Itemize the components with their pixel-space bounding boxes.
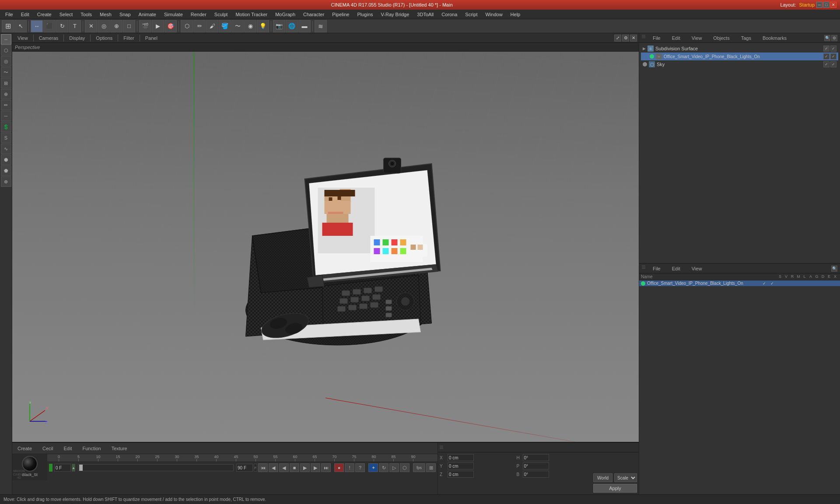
material-tab-create[interactable]: Create [14, 445, 35, 452]
menu-3dtoall[interactable]: 3DToAll [413, 11, 437, 18]
menu-window[interactable]: Window [482, 11, 506, 18]
obj-search-icon[interactable]: 🔍 [824, 35, 830, 41]
viewport-tab-cameras[interactable]: Cameras [35, 35, 62, 42]
left-btn-9[interactable]: 💲 [1, 122, 11, 132]
obj-tab-tags[interactable]: Tags [737, 34, 755, 42]
last-frame-btn[interactable]: ⏭ [321, 463, 331, 472]
material-tab-edit[interactable]: Edit [60, 445, 75, 452]
scale-dropdown[interactable]: Scale [614, 473, 637, 482]
material-tab-texture[interactable]: Texture [108, 445, 131, 452]
viewport-settings-btn[interactable]: ⚙ [622, 35, 629, 42]
world-button[interactable]: World [593, 473, 612, 482]
phone-flag-1[interactable]: ✓ [823, 53, 830, 60]
obj-tab-view[interactable]: View [688, 34, 706, 42]
toolbar-local-btn[interactable]: ⊕ [110, 20, 122, 32]
toolbar-rotate-btn[interactable]: ↻ [56, 20, 68, 32]
toolbar-scale-btn[interactable]: ⬛ [43, 20, 56, 32]
z-position-field[interactable] [448, 471, 474, 478]
menu-mesh[interactable]: Mesh [96, 11, 115, 18]
menu-select[interactable]: Select [56, 11, 77, 18]
phone-flag-2[interactable]: ✓ [830, 53, 836, 60]
left-btn-14[interactable]: ⊗ [1, 176, 11, 187]
viewport-tab-view[interactable]: View [14, 35, 32, 42]
menu-simulate[interactable]: Simulate [161, 11, 186, 18]
toolbar-cube-btn[interactable]: ⬡ [181, 20, 193, 32]
obj-tab-bookmarks[interactable]: Bookmarks [759, 34, 791, 42]
obj-settings-icon[interactable]: ⚙ [831, 35, 837, 41]
h-rotation-field[interactable] [523, 454, 549, 461]
menu-create[interactable]: Create [34, 11, 55, 18]
end-frame-field[interactable] [236, 464, 253, 472]
toolbar-floor-btn[interactable]: ▬ [298, 20, 311, 32]
viewport-tab-panel[interactable]: Panel [142, 35, 161, 42]
flag-check-1[interactable]: ✓ [823, 46, 830, 52]
b-rotation-field[interactable] [523, 471, 549, 478]
toolbar-hair-btn[interactable]: ≋ [315, 20, 327, 32]
tree-item-subdivision[interactable]: ▶ S Subdivision Surface ✓ ✓ [641, 45, 838, 52]
flag-check-2[interactable]: ✓ [830, 46, 836, 52]
render-preview-btn[interactable]: ⬡ [400, 463, 410, 472]
viewport-tab-display[interactable]: Display [66, 35, 88, 42]
toolbar-material-btn[interactable]: ◉ [244, 20, 256, 32]
maximize-btn[interactable]: □ [823, 2, 830, 8]
sky-flag-1[interactable]: ✓ [823, 61, 830, 67]
x-position-field[interactable] [448, 454, 474, 461]
scrubber-thumb[interactable] [79, 465, 83, 471]
left-btn-3[interactable]: ◎ [1, 56, 11, 66]
record-btn[interactable]: ● [334, 463, 344, 472]
menu-help[interactable]: Help [507, 11, 524, 18]
prev-key-btn[interactable]: ◀ [269, 463, 278, 472]
tree-item-office-phone[interactable]: ○ Office_Smart_Video_IP_Phone_Black_Ligh… [641, 52, 838, 60]
timeline-scrubber[interactable] [78, 464, 234, 471]
menu-tools[interactable]: Tools [77, 11, 95, 18]
toolbar-pen-btn[interactable]: ✏ [193, 20, 206, 32]
current-frame-field[interactable] [54, 464, 71, 472]
key-info-btn[interactable]: ? [355, 463, 365, 472]
toolbar-light-btn[interactable]: 💡 [257, 20, 269, 32]
first-frame-btn[interactable]: ⏮ [258, 463, 268, 472]
menu-plugins[interactable]: Plugins [354, 11, 376, 18]
menu-mograph[interactable]: MoGraph [272, 11, 299, 18]
play-forward-btn[interactable]: ▶ [300, 463, 310, 472]
preview-btn[interactable]: ▷ [389, 463, 399, 472]
left-btn-11[interactable]: ∿ [1, 144, 11, 154]
left-btn-13[interactable]: ⬟ [1, 165, 11, 176]
attr-tab-view[interactable]: View [688, 265, 706, 273]
minimize-btn[interactable]: ─ [816, 2, 822, 8]
obj-tab-file[interactable]: File [649, 34, 665, 42]
viewport-close-btn[interactable]: ✕ [630, 35, 637, 42]
toolbar-spline-btn[interactable]: 〜 [231, 20, 244, 32]
menu-vray[interactable]: V-Ray Bridge [378, 11, 413, 18]
left-btn-7[interactable]: ✏ [1, 100, 11, 110]
left-btn-6[interactable]: ⊕ [1, 89, 11, 99]
toolbar-camera-btn[interactable]: 📷 [273, 20, 285, 32]
menu-motion-tracker[interactable]: Motion Tracker [232, 11, 271, 18]
toolbar-bucket-btn[interactable]: 🪣 [219, 20, 231, 32]
obj-flag-v[interactable]: ✓ [769, 281, 775, 286]
toolbar-move-btn[interactable]: ↔ [31, 20, 43, 32]
menu-sculpt[interactable]: Sculpt [211, 11, 231, 18]
toolbar-render2-btn[interactable]: 🎯 [164, 20, 177, 32]
material-tab-function[interactable]: Function [79, 445, 104, 452]
attr-tab-edit[interactable]: Edit [668, 265, 684, 273]
obj-row-phone[interactable]: Office_Smart_Video_IP_Phone_Black_Lights… [639, 280, 840, 286]
attr-search-icon[interactable]: 🔍 [831, 266, 837, 272]
stop-btn[interactable]: ■ [290, 463, 299, 472]
menu-character[interactable]: Character [300, 11, 328, 18]
tree-item-sky[interactable]: ◯ Sky ✓ ✓ [641, 60, 838, 68]
left-btn-12[interactable]: ⬢ [1, 154, 11, 165]
toolbar-world-btn[interactable]: ◎ [98, 20, 110, 32]
play-backward-btn[interactable]: ◀ [279, 463, 289, 472]
menu-edit[interactable]: Edit [18, 11, 33, 18]
toolbar-render-btn[interactable]: ▶ [152, 20, 164, 32]
toolbar-poly-btn[interactable]: □ [123, 20, 135, 32]
left-btn-10[interactable]: S [1, 133, 11, 143]
attr-tab-file[interactable]: File [649, 265, 665, 273]
viewport-expand-btn[interactable]: ⤢ [614, 35, 621, 42]
material-tab-cecil[interactable]: Cecil [39, 445, 56, 452]
toolbar-scene-btn[interactable]: 🌐 [286, 20, 298, 32]
obj-tab-objects[interactable]: Objects [709, 34, 733, 42]
viewport-tab-options[interactable]: Options [92, 35, 116, 42]
obj-tab-edit[interactable]: Edit [668, 34, 684, 42]
p-rotation-field[interactable] [523, 462, 549, 469]
